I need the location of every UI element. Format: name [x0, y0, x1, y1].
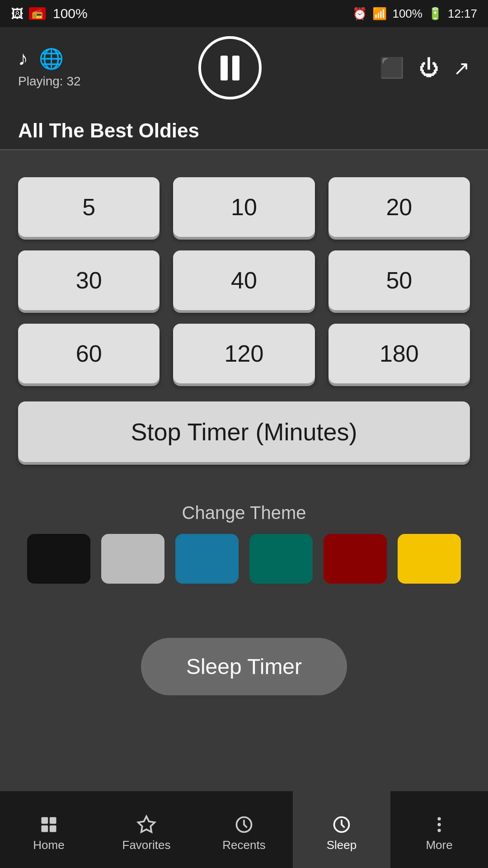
- photo-icon: 🖼: [11, 6, 23, 21]
- wifi-icon: 📶: [372, 7, 387, 21]
- battery-text: 100%: [392, 7, 422, 21]
- nav-label-favorites: Favorites: [122, 838, 171, 852]
- timer-btn-50[interactable]: 50: [328, 250, 470, 310]
- timer-btn-30[interactable]: 30: [18, 250, 160, 310]
- music-note-icon[interactable]: ♪: [18, 47, 28, 71]
- stop-icon[interactable]: ⬛: [380, 56, 404, 80]
- svg-rect-1: [50, 817, 56, 824]
- status-bar: 🖼 📻 100% ⏰ 📶 100% 🔋 12:17: [0, 0, 488, 27]
- timer-btn-180[interactable]: 180: [328, 324, 470, 383]
- pause-button[interactable]: [198, 36, 262, 99]
- recents-icon: [234, 815, 254, 835]
- svg-point-7: [437, 823, 441, 826]
- timer-grid: 5 10 20 30 40 50 60 120 180: [18, 177, 470, 383]
- nav-item-home[interactable]: Home: [0, 791, 98, 868]
- sleep-timer-section: Sleep Timer: [0, 638, 488, 695]
- sleep-clock-icon: [332, 815, 352, 835]
- timer-section: 5 10 20 30 40 50 60 120 180 Stop Timer (…: [0, 150, 488, 503]
- nav-label-home: Home: [33, 838, 64, 852]
- power-icon[interactable]: ⏻: [419, 57, 439, 79]
- svg-rect-0: [42, 817, 48, 824]
- stop-timer-button[interactable]: Stop Timer (Minutes): [18, 401, 470, 462]
- theme-color-gray[interactable]: [101, 534, 164, 584]
- timer-btn-20[interactable]: 20: [328, 177, 470, 237]
- more-dots-icon: [429, 815, 449, 835]
- nav-item-sleep[interactable]: Sleep: [293, 791, 390, 868]
- theme-section: Change Theme: [0, 503, 488, 584]
- globe-icon[interactable]: 🌐: [39, 47, 64, 71]
- radio-icon: 📻: [29, 7, 46, 20]
- pause-icon: [221, 56, 239, 80]
- nav-label-recents: Recents: [222, 838, 265, 852]
- nav-item-more[interactable]: More: [390, 791, 488, 868]
- timer-btn-5[interactable]: 5: [18, 177, 160, 237]
- theme-label: Change Theme: [18, 503, 470, 523]
- player-left-icons: ♪ 🌐: [18, 47, 64, 71]
- sleep-timer-button[interactable]: Sleep Timer: [141, 638, 347, 695]
- station-title: All The Best Oldies: [0, 108, 488, 149]
- star-icon: [136, 815, 156, 835]
- theme-color-teal[interactable]: [249, 534, 313, 584]
- svg-rect-2: [42, 825, 48, 832]
- nav-label-sleep: Sleep: [327, 838, 357, 852]
- player-left: ♪ 🌐 Playing: 32: [18, 47, 81, 89]
- svg-point-8: [437, 829, 441, 832]
- theme-color-black[interactable]: [27, 534, 90, 584]
- bottom-nav: Home Favorites Recents Sleep More: [0, 791, 488, 868]
- timer-btn-10[interactable]: 10: [173, 177, 314, 237]
- nav-item-favorites[interactable]: Favorites: [98, 791, 195, 868]
- status-right: ⏰ 📶 100% 🔋 12:17: [352, 7, 477, 21]
- status-left: 🖼 📻 100%: [11, 6, 88, 21]
- theme-colors: [18, 534, 470, 584]
- theme-color-blue[interactable]: [175, 534, 239, 584]
- home-icon: [39, 815, 59, 835]
- status-count: 100%: [53, 6, 88, 21]
- nav-item-recents[interactable]: Recents: [195, 791, 293, 868]
- timer-btn-120[interactable]: 120: [173, 324, 314, 383]
- playing-label: Playing: 32: [18, 74, 81, 89]
- player-controls-right: ⬛ ⏻ ↗: [380, 56, 470, 80]
- player-header: ♪ 🌐 Playing: 32 ⬛ ⏻ ↗: [0, 27, 488, 108]
- timer-btn-60[interactable]: 60: [18, 324, 160, 383]
- theme-color-yellow[interactable]: [398, 534, 461, 584]
- nav-label-more: More: [426, 838, 452, 852]
- time-display: 12:17: [448, 7, 477, 21]
- svg-point-6: [437, 817, 441, 820]
- share-icon[interactable]: ↗: [453, 57, 470, 80]
- alarm-icon: ⏰: [352, 7, 367, 21]
- theme-color-red[interactable]: [324, 534, 387, 584]
- svg-rect-3: [50, 825, 56, 832]
- battery-icon: 🔋: [428, 7, 442, 21]
- timer-btn-40[interactable]: 40: [173, 250, 314, 310]
